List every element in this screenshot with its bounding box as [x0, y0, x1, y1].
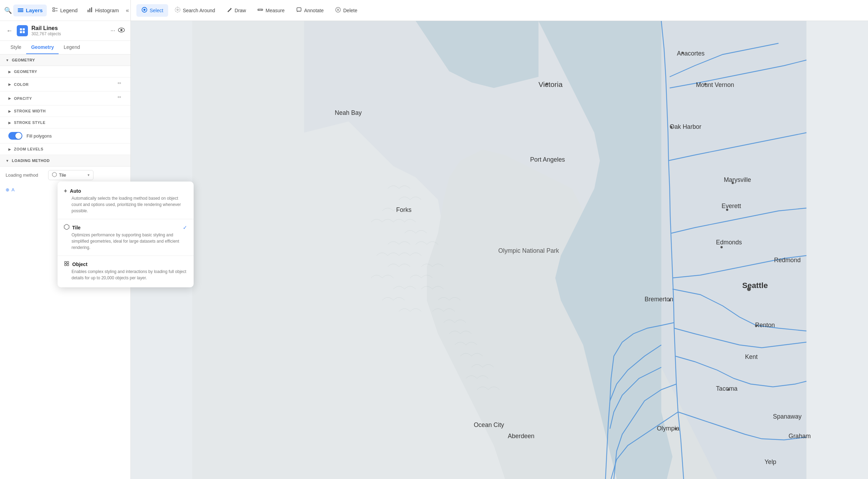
- dropdown-divider-2: [58, 256, 194, 256]
- object-icon: [64, 261, 69, 267]
- zoom-levels-arrow: ▶: [8, 147, 11, 151]
- zoom-levels-subsection: ▶ ZOOM LEVELS: [0, 143, 130, 155]
- measure-button[interactable]: Measure: [252, 4, 289, 17]
- tab-geometry[interactable]: Geometry: [26, 41, 59, 54]
- loading-method-row: Loading method Tile ▾: [0, 167, 130, 184]
- svg-text:Redmond: Redmond: [774, 257, 801, 264]
- loading-method-dropdown: + Auto Automatically selects the loading…: [58, 182, 194, 287]
- svg-point-70: [675, 428, 677, 430]
- stroke-width-subsection: ▶ STROKE WIDTH: [0, 105, 130, 117]
- fill-polygons-toggle[interactable]: [8, 132, 22, 140]
- opacity-link-icon: [117, 95, 122, 102]
- add-button[interactable]: ⊕ A: [6, 187, 15, 192]
- loading-method-label: Loading method: [6, 172, 44, 178]
- map-container[interactable]: Victoria Anacortes Mount Vernon Oak Harb…: [131, 21, 868, 479]
- svg-point-59: [546, 83, 548, 86]
- svg-text:Marysville: Marysville: [724, 176, 751, 183]
- color-sub-header[interactable]: ▶ COLOR: [0, 78, 130, 91]
- tab-style[interactable]: Style: [6, 41, 26, 54]
- svg-rect-4: [53, 10, 55, 12]
- layer-info: Rail Lines 302,767 objects: [31, 25, 107, 36]
- back-button[interactable]: ←: [6, 27, 13, 35]
- svg-text:Olympic National Park: Olympic National Park: [498, 247, 559, 254]
- svg-text:Neah Bay: Neah Bay: [335, 109, 362, 116]
- svg-rect-8: [89, 8, 90, 12]
- delete-label: Delete: [343, 8, 357, 13]
- svg-text:Ocean City: Ocean City: [474, 421, 504, 428]
- svg-point-15: [120, 29, 122, 31]
- zoom-levels-header[interactable]: ▶ ZOOM LEVELS: [0, 143, 130, 155]
- nav-tab-histogram[interactable]: Histogram: [83, 5, 123, 16]
- dropdown-item-object[interactable]: Object Enables complex styling and inter…: [58, 257, 194, 285]
- svg-text:Edmonds: Edmonds: [716, 239, 742, 246]
- svg-text:Everett: Everett: [721, 202, 741, 209]
- search-around-label: Search Around: [183, 8, 215, 13]
- svg-point-69: [727, 389, 729, 391]
- loading-method-arrow: ▼: [6, 159, 9, 163]
- delete-icon: [335, 7, 341, 14]
- stroke-style-subsection: ▶ STROKE STYLE: [0, 117, 130, 128]
- loading-method-select[interactable]: Tile ▾: [48, 170, 93, 180]
- dropdown-item-tile[interactable]: Tile ✓ Optimizes performance by supporti…: [58, 221, 194, 254]
- legend-icon: [52, 7, 58, 14]
- svg-point-23: [143, 9, 145, 11]
- annotate-icon: [296, 7, 302, 14]
- svg-rect-18: [65, 261, 66, 263]
- stroke-width-title: STROKE WIDTH: [14, 109, 46, 113]
- nav-tab-legend[interactable]: Legend: [48, 5, 82, 16]
- svg-point-24: [175, 7, 180, 12]
- geometry-main-section[interactable]: ▼ GEOMETRY: [0, 54, 130, 66]
- zoom-levels-title: ZOOM LEVELS: [14, 147, 43, 151]
- svg-rect-1: [18, 10, 23, 11]
- annotate-button[interactable]: Annotate: [291, 4, 329, 17]
- histogram-icon: [87, 7, 93, 14]
- layer-more-button[interactable]: ···: [111, 28, 115, 34]
- draw-button[interactable]: Draw: [222, 4, 251, 17]
- sidebar: 🔍 Layers Legend: [0, 0, 131, 479]
- add-icon: ⊕: [6, 187, 9, 192]
- fill-polygons-row: Fill polygons: [0, 128, 130, 143]
- measure-label: Measure: [265, 8, 284, 13]
- svg-rect-9: [91, 7, 92, 12]
- search-nav-button[interactable]: 🔍: [4, 4, 12, 17]
- toolbar: Select Search Around Draw: [131, 0, 868, 21]
- loading-method-section-header[interactable]: ▼ LOADING METHOD: [0, 155, 130, 167]
- delete-button[interactable]: Delete: [330, 4, 362, 17]
- geometry-sub-header[interactable]: ▶ GEOMETRY: [0, 66, 130, 77]
- stroke-style-sub-header[interactable]: ▶ STROKE STYLE: [0, 117, 130, 128]
- select-icon: [141, 7, 148, 14]
- layers-icon: [17, 7, 24, 14]
- svg-point-64: [732, 182, 734, 184]
- top-nav: 🔍 Layers Legend: [0, 0, 130, 21]
- tile-label: Tile: [72, 225, 81, 230]
- svg-text:Bremerton: Bremerton: [645, 296, 673, 303]
- layer-actions: ···: [111, 28, 125, 34]
- color-link-icon: [117, 81, 122, 88]
- svg-point-65: [720, 246, 723, 248]
- draw-icon: [226, 7, 233, 14]
- measure-icon: [257, 7, 263, 14]
- opacity-sub-header[interactable]: ▶ OPACITY: [0, 91, 130, 105]
- geometry-sub-arrow: ▶: [8, 70, 11, 74]
- color-subsection: ▶ COLOR: [0, 78, 130, 91]
- style-tabs: Style Geometry Legend: [0, 41, 130, 54]
- svg-rect-20: [65, 264, 66, 266]
- color-sub-arrow: ▶: [8, 82, 11, 86]
- svg-rect-13: [23, 31, 25, 33]
- svg-marker-16: [52, 172, 57, 177]
- select-button[interactable]: Select: [136, 4, 168, 17]
- auto-icon: +: [64, 188, 67, 194]
- search-around-button[interactable]: Search Around: [170, 4, 220, 17]
- tab-legend[interactable]: Legend: [59, 41, 85, 54]
- object-label: Object: [72, 261, 88, 267]
- collapse-sidebar-button[interactable]: «: [125, 6, 130, 15]
- stroke-style-title: STROKE STYLE: [14, 120, 45, 125]
- svg-point-68: [668, 299, 671, 301]
- nav-tab-legend-label: Legend: [60, 7, 77, 13]
- dropdown-item-auto[interactable]: + Auto Automatically selects the loading…: [58, 184, 194, 218]
- map-area: Select Search Around Draw: [131, 0, 868, 479]
- nav-tab-layers[interactable]: Layers: [13, 5, 47, 16]
- svg-text:Victoria: Victoria: [539, 80, 563, 88]
- layer-visibility-button[interactable]: [118, 28, 125, 34]
- stroke-width-sub-header[interactable]: ▶ STROKE WIDTH: [0, 105, 130, 117]
